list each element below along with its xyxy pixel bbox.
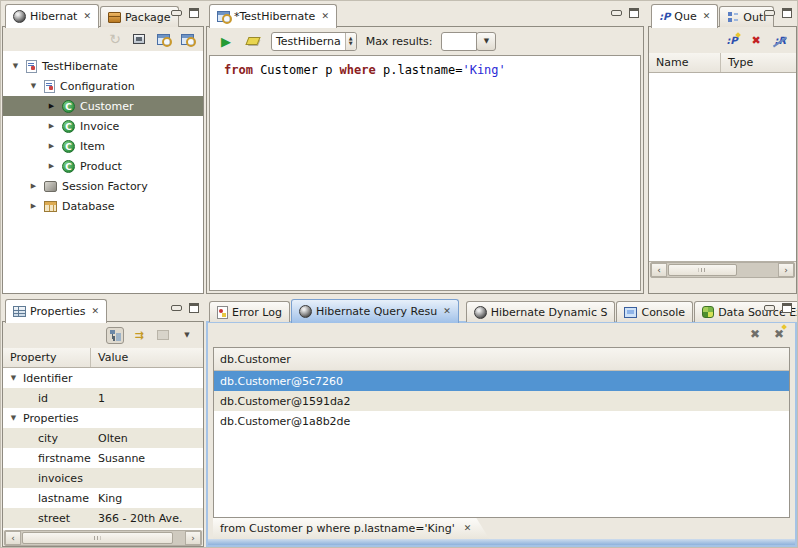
max-results-combo[interactable]: ▼ [441, 32, 496, 51]
open-hql-editor-icon[interactable] [154, 31, 172, 48]
result-row-1[interactable]: db.Customer@5c7260 [214, 371, 789, 391]
run-query-button[interactable]: ▶ [217, 33, 235, 50]
results-column-header[interactable]: db.Customer [214, 348, 789, 371]
outline-icon [727, 11, 739, 23]
minimize-button[interactable] [764, 305, 775, 311]
tab-properties[interactable]: Properties ✕ [5, 299, 107, 323]
parameters-table-body[interactable] [649, 73, 796, 262]
maximize-button[interactable] [782, 8, 792, 18]
view-controls [171, 303, 199, 313]
collapse-arrow-icon[interactable]: ▼ [28, 82, 39, 90]
scroll-right-icon[interactable]: › [185, 531, 201, 545]
results-rows: db.Customer@5c7260db.Customer@1591da2db.… [214, 371, 789, 431]
property-row-street[interactable]: street366 - 20th Ave. [3, 508, 203, 528]
clear-editor-button[interactable] [244, 33, 262, 50]
scroll-right-icon[interactable]: › [778, 263, 794, 277]
expand-arrow-icon[interactable]: ▶ [28, 202, 39, 210]
tree-item-database[interactable]: ▶Database [3, 196, 203, 216]
scroll-left-icon[interactable]: ‹ [5, 531, 21, 545]
close-query-page-icon[interactable]: ✖ [746, 326, 764, 343]
close-icon[interactable]: ✕ [81, 12, 91, 21]
tab-query-parameters[interactable]: :P Que ✕ [651, 4, 718, 28]
property-row-invoices[interactable]: invoices [3, 468, 203, 488]
tree-item-item[interactable]: ▶CItem [3, 136, 203, 156]
package-icon [108, 12, 121, 23]
hql-code-area[interactable]: from Customer p where p.lastname='King' [209, 55, 641, 291]
scrollbar-thumb[interactable] [22, 532, 173, 544]
close-icon[interactable]: ✕ [90, 307, 100, 316]
property-row-properties[interactable]: ▼Properties [3, 408, 203, 428]
maximize-button[interactable] [629, 8, 639, 18]
minimize-button[interactable] [611, 10, 622, 16]
max-results-input[interactable] [441, 32, 477, 51]
scrollbar-track[interactable] [667, 263, 778, 277]
spinner-arrows-icon[interactable]: ▲ ▼ [345, 33, 356, 50]
tab-testhibernate-editor[interactable]: *TestHibernate ✕ [209, 4, 337, 28]
collapse-arrow-icon[interactable]: ▼ [8, 374, 19, 382]
tree-item-configuration[interactable]: ▼Configuration [3, 76, 203, 96]
open-criteria-editor-icon[interactable] [178, 31, 196, 48]
property-row-id[interactable]: id1 [3, 388, 203, 408]
result-row-2[interactable]: db.Customer@1591da2 [214, 391, 789, 411]
minimize-button[interactable] [171, 305, 182, 311]
column-header-value[interactable]: Value [91, 348, 128, 367]
close-icon[interactable]: ✕ [319, 12, 329, 21]
configuration-combo[interactable]: TestHiberna ▲ ▼ [271, 32, 357, 51]
tab-hibernate-dynamic-sql[interactable]: Hibernate Dynamic S [466, 301, 616, 322]
tree-item-testhibernate[interactable]: ▼TestHibernate [3, 56, 203, 76]
tab-hibernate-query-results[interactable]: Hibernate Query Resu ✕ [291, 299, 459, 323]
remove-all-parameters-icon[interactable]: :R [771, 32, 789, 49]
tab-error-log[interactable]: Error Log [209, 301, 290, 322]
tab-hibernate-configurations[interactable]: Hibernat ✕ [5, 4, 99, 28]
column-header-property[interactable]: Property [3, 348, 91, 367]
tab-package-explorer[interactable]: Package [100, 6, 179, 27]
tree-item-product[interactable]: ▶CProduct [3, 156, 203, 176]
property-row-lastname[interactable]: lastnameKing [3, 488, 203, 508]
close-icon[interactable]: ✕ [441, 307, 451, 316]
close-all-query-pages-icon[interactable]: ✖ [770, 326, 788, 343]
properties-table-header: Property Value [3, 348, 203, 368]
scrollbar-track[interactable] [21, 531, 185, 545]
horizontal-scrollbar[interactable]: ‹ › [4, 530, 202, 546]
property-row-identifier[interactable]: ▼Identifier [3, 368, 203, 388]
tab-console[interactable]: Console [616, 301, 693, 322]
expand-arrow-icon[interactable]: ▶ [28, 182, 39, 190]
scrollbar-thumb[interactable] [668, 264, 737, 276]
dropdown-arrow-icon[interactable]: ▼ [476, 32, 496, 51]
column-header-type[interactable]: Type [721, 53, 753, 72]
maximize-button[interactable] [189, 303, 199, 313]
expand-arrow-icon[interactable]: ▶ [46, 142, 57, 150]
tree-item-invoice[interactable]: ▶CInvoice [3, 116, 203, 136]
expand-arrow-icon[interactable]: ▶ [46, 102, 57, 110]
new-parameter-icon[interactable]: :P [723, 32, 741, 49]
show-categories-icon[interactable] [106, 327, 124, 344]
add-configuration-icon[interactable] [130, 31, 148, 48]
scroll-left-icon[interactable]: ‹ [651, 263, 667, 277]
view-menu-icon[interactable]: ▼ [178, 327, 196, 344]
show-advanced-properties-icon[interactable]: ⇉ [130, 327, 148, 344]
maximize-button[interactable] [189, 8, 199, 18]
collapse-arrow-icon[interactable]: ▼ [10, 62, 21, 70]
property-row-firstname[interactable]: firstnameSusanne [3, 448, 203, 468]
collapse-arrow-icon[interactable]: ▼ [8, 414, 19, 422]
horizontal-scrollbar[interactable]: ‹ › [650, 262, 795, 278]
hibernate-view-toolbar: ↻ [3, 27, 203, 51]
minimize-button[interactable] [171, 10, 182, 16]
property-row-city[interactable]: cityOlten [3, 428, 203, 448]
focus-highlight-band [208, 539, 795, 545]
expand-arrow-icon[interactable]: ▶ [46, 122, 57, 130]
column-header-name[interactable]: Name [649, 53, 721, 72]
query-page-tab[interactable]: from Customer p where p.lastname='King' … [213, 518, 489, 539]
property-name: city [38, 432, 58, 445]
tab-label: *TestHibernate [234, 10, 315, 23]
remove-parameter-icon[interactable]: ✖ [747, 32, 765, 49]
result-row-3[interactable]: db.Customer@1a8b2de [214, 411, 789, 431]
minimize-button[interactable] [764, 10, 775, 16]
close-icon[interactable]: ✕ [462, 524, 472, 533]
tree-item-customer[interactable]: ▶CCustomer [3, 96, 203, 116]
editor-body: ▶ TestHiberna ▲ ▼ Max results: ▼ from Cu… [206, 26, 644, 294]
close-icon[interactable]: ✕ [701, 12, 711, 21]
maximize-button[interactable] [782, 303, 792, 313]
expand-arrow-icon[interactable]: ▶ [46, 162, 57, 170]
tree-item-session-factory[interactable]: ▶Session Factory [3, 176, 203, 196]
